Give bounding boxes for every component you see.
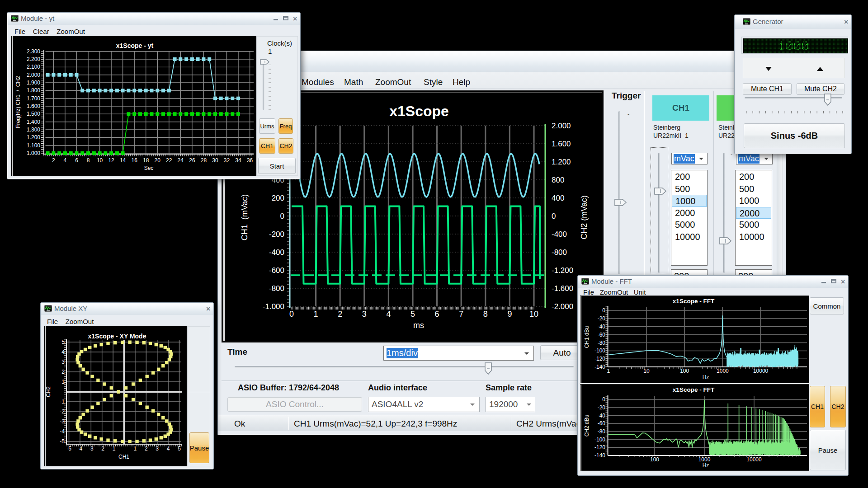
svg-text:CH1: CH1 [118, 454, 129, 460]
svg-text:-80: -80 [598, 340, 606, 346]
svg-text:8: 8 [483, 310, 488, 319]
svg-text:-400: -400 [552, 230, 567, 239]
svg-text:ms: ms [413, 321, 424, 330]
svg-text:18: 18 [143, 157, 149, 164]
svg-text:2.000: 2.000 [27, 72, 40, 78]
svg-text:1.600: 1.600 [27, 103, 40, 109]
svg-text:26: 26 [189, 157, 195, 164]
svg-text:-5: -5 [66, 446, 71, 452]
svg-text:1.700: 1.700 [27, 95, 40, 102]
svg-text:-2: -2 [60, 408, 65, 415]
svg-text:2: 2 [338, 310, 342, 319]
svg-text:1.000: 1.000 [27, 150, 40, 156]
svg-text:10000: 10000 [753, 368, 769, 374]
svg-text:x1Scope - FFT: x1Scope - FFT [673, 386, 715, 393]
svg-text:1.600: 1.600 [552, 140, 571, 148]
svg-text:6: 6 [75, 157, 78, 164]
svg-text:2.000: 2.000 [552, 122, 571, 130]
svg-text:-60: -60 [598, 332, 606, 338]
svg-text:-1: -1 [60, 399, 65, 405]
svg-text:16: 16 [132, 157, 138, 164]
svg-text:-140: -140 [594, 452, 605, 459]
svg-text:-800: -800 [552, 248, 567, 257]
svg-text:20: 20 [155, 157, 161, 164]
svg-text:3: 3 [362, 310, 367, 319]
svg-text:2: 2 [61, 369, 65, 375]
svg-text:-400: -400 [269, 248, 284, 257]
svg-text:Hz: Hz [703, 462, 709, 469]
svg-text:-140: -140 [594, 364, 605, 370]
svg-text:-80: -80 [598, 428, 606, 435]
svg-text:1.200: 1.200 [552, 158, 571, 166]
svg-text:800: 800 [552, 176, 564, 184]
svg-text:1.300: 1.300 [27, 127, 40, 133]
svg-text:10: 10 [97, 157, 103, 164]
svg-text:36: 36 [247, 157, 253, 164]
svg-text:x1Scope - XY Mode: x1Scope - XY Mode [88, 333, 146, 340]
svg-text:-40: -40 [598, 324, 606, 330]
svg-text:-20: -20 [598, 315, 606, 322]
svg-text:1.800: 1.800 [27, 87, 40, 94]
svg-text:12: 12 [108, 157, 114, 164]
svg-text:-1.600: -1.600 [552, 284, 573, 293]
svg-text:CH2 dBu: CH2 dBu [584, 415, 590, 437]
svg-text:1000: 1000 [717, 368, 729, 374]
svg-text:30: 30 [212, 157, 218, 164]
svg-text:1.200: 1.200 [27, 134, 40, 141]
svg-text:0: 0 [602, 307, 605, 314]
svg-text:10000: 10000 [746, 456, 762, 463]
svg-text:x1Scope: x1Scope [389, 103, 449, 119]
svg-text:10: 10 [643, 368, 650, 374]
svg-text:4: 4 [61, 349, 65, 355]
svg-text:100: 100 [650, 456, 659, 463]
svg-text:6: 6 [435, 310, 439, 319]
svg-text:-4: -4 [60, 428, 65, 435]
svg-text:32: 32 [224, 157, 230, 164]
svg-text:-200: -200 [269, 230, 284, 239]
svg-text:-120: -120 [594, 356, 605, 362]
svg-text:2: 2 [52, 157, 55, 164]
svg-text:4: 4 [167, 446, 170, 452]
svg-text:x1Scope - FFT: x1Scope - FFT [673, 298, 715, 305]
svg-text:-600: -600 [269, 266, 284, 275]
svg-text:2: 2 [145, 446, 148, 452]
svg-text:1: 1 [607, 368, 610, 374]
svg-text:-1.200: -1.200 [552, 266, 573, 275]
svg-text:400: 400 [552, 194, 564, 202]
svg-text:2.200: 2.200 [27, 56, 40, 62]
svg-text:-40: -40 [598, 413, 606, 419]
svg-text:0: 0 [552, 212, 556, 221]
svg-text:-20: -20 [598, 404, 606, 411]
svg-text:1.500: 1.500 [27, 111, 40, 117]
svg-text:100: 100 [680, 368, 689, 374]
svg-text:-5: -5 [60, 438, 65, 445]
svg-text:28: 28 [201, 157, 207, 164]
svg-text:-4: -4 [78, 446, 83, 452]
svg-text:2.300: 2.300 [27, 48, 40, 55]
svg-text:-1.000: -1.000 [263, 302, 284, 311]
svg-text:0: 0 [280, 212, 284, 221]
svg-text:CH2: CH2 [45, 386, 52, 397]
svg-text:CH1 dBu: CH1 dBu [584, 326, 590, 348]
svg-text:0: 0 [289, 310, 294, 319]
svg-text:7: 7 [459, 310, 463, 319]
svg-text:x1Scope - yt: x1Scope - yt [116, 42, 154, 49]
svg-text:0: 0 [602, 396, 605, 403]
svg-text:1: 1 [134, 446, 137, 452]
svg-text:-2.000: -2.000 [552, 302, 573, 311]
svg-text:CH2 (mVac): CH2 (mVac) [580, 195, 589, 239]
svg-text:22: 22 [166, 157, 172, 164]
svg-text:-3: -3 [60, 418, 65, 425]
svg-text:5: 5 [410, 310, 415, 319]
svg-text:Sec: Sec [144, 165, 154, 171]
svg-text:200: 200 [272, 194, 284, 202]
svg-text:Hz: Hz [703, 374, 709, 380]
svg-text:CH1 (mVac): CH1 (mVac) [240, 194, 249, 241]
svg-text:1.400: 1.400 [27, 119, 40, 125]
svg-text:34: 34 [235, 157, 241, 164]
svg-text:5: 5 [178, 446, 181, 452]
svg-text:4: 4 [386, 310, 391, 319]
svg-text:24: 24 [178, 157, 184, 164]
svg-text:-100: -100 [594, 436, 605, 443]
svg-text:9: 9 [507, 310, 512, 319]
